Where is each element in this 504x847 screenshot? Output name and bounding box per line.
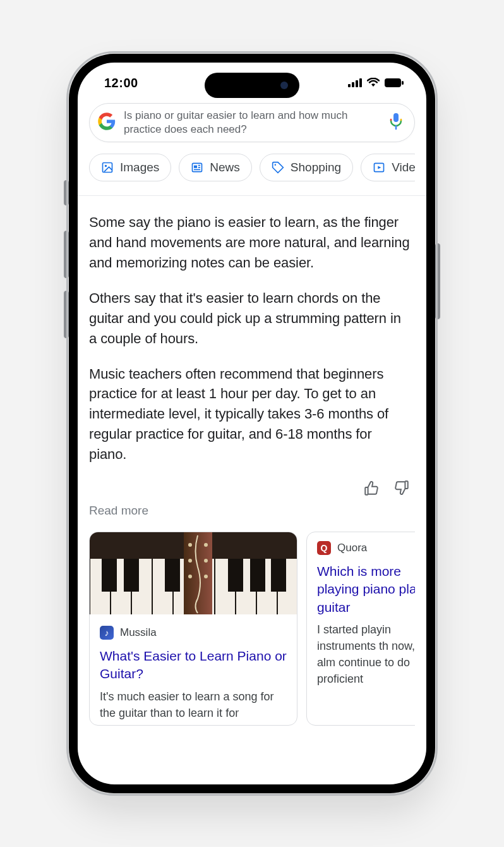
search-bar[interactable]: Is piano or guitar easier to learn and h… [89,103,415,142]
svg-rect-33 [165,559,180,592]
svg-point-40 [204,559,208,563]
card-title: Which is more playing piano playing guit… [307,559,415,620]
answer-paragraph: Some say the piano is easier to learn, a… [89,212,411,273]
answer-paragraph: Others say that it's easier to learn cho… [89,288,411,349]
screen: 12:00 Is piano or guitar easier to le [78,63,426,784]
volume-up-button [64,231,69,278]
divider [78,195,426,196]
chip-label: Vide [392,161,415,174]
google-logo-icon [97,112,116,133]
search-query-text: Is piano or guitar easier to learn and h… [124,109,381,137]
svg-rect-31 [102,559,117,592]
svg-point-11 [105,165,107,167]
ai-answer-block: Some say the piano is easier to learn, a… [89,212,415,465]
image-icon [101,161,114,174]
card-snippet: I started playin instruments th now, aft… [307,620,415,691]
card-thumbnail [90,532,297,614]
svg-point-42 [204,575,208,578]
tag-icon [272,161,284,174]
card-title: What's Easier to Learn Piano or Guitar? [90,643,297,687]
card-source: Mussila [120,626,157,639]
chip-label: Images [120,161,159,174]
svg-rect-4 [385,78,401,87]
chip-label: News [210,161,240,174]
volume-down-button [64,291,69,338]
svg-rect-13 [194,166,197,168]
chip-images[interactable]: Images [89,154,171,181]
svg-rect-24 [152,559,153,614]
battery-icon [385,76,404,90]
svg-point-37 [188,543,192,547]
favicon-mussila: ♪ [100,626,114,640]
card-snippet: It's much easier to learn a song for the… [90,687,297,725]
svg-rect-1 [352,82,354,87]
mic-icon[interactable] [389,113,403,133]
svg-rect-10 [103,163,112,173]
chip-videos[interactable]: Vide [361,154,415,181]
svg-point-38 [204,543,208,547]
svg-rect-36 [271,559,286,592]
dynamic-island [205,73,299,98]
chip-label: Shopping [291,161,341,174]
news-icon [191,161,203,174]
search-filter-chips: Images News Shopping [89,154,415,184]
svg-point-41 [188,575,192,578]
feedback-row [89,480,415,499]
play-icon [373,161,385,174]
source-cards-row: ♪ Mussila What's Easier to Learn Piano o… [89,532,415,726]
svg-rect-5 [402,81,404,85]
answer-paragraph: Music teachers often recommend that begi… [89,364,411,465]
svg-rect-32 [124,559,139,592]
phone-frame: 12:00 Is piano or guitar easier to le [69,54,435,793]
wifi-icon [367,76,380,90]
favicon-quora: Q [317,541,331,555]
mute-switch [64,180,69,205]
source-card-mussila[interactable]: ♪ Mussila What's Easier to Learn Piano o… [89,532,297,726]
svg-rect-2 [356,80,358,87]
power-button [435,243,440,319]
thumbs-up-icon[interactable] [363,480,380,499]
svg-point-17 [274,164,276,166]
status-time: 12:00 [104,76,138,90]
cellular-icon [348,76,362,90]
thumbs-down-icon[interactable] [393,480,410,499]
svg-rect-27 [214,559,215,614]
svg-rect-6 [393,113,399,122]
svg-point-39 [188,559,192,563]
svg-rect-3 [359,78,362,87]
svg-rect-0 [348,84,351,87]
source-card-quora[interactable]: Q Quora Which is more playing piano play… [306,532,415,726]
chip-news[interactable]: News [179,154,252,181]
read-more-link[interactable]: Read more [89,504,415,518]
svg-rect-34 [228,559,243,592]
svg-rect-21 [90,559,90,614]
card-source: Quora [337,542,367,554]
chip-shopping[interactable]: Shopping [260,154,353,181]
svg-rect-35 [250,559,265,592]
